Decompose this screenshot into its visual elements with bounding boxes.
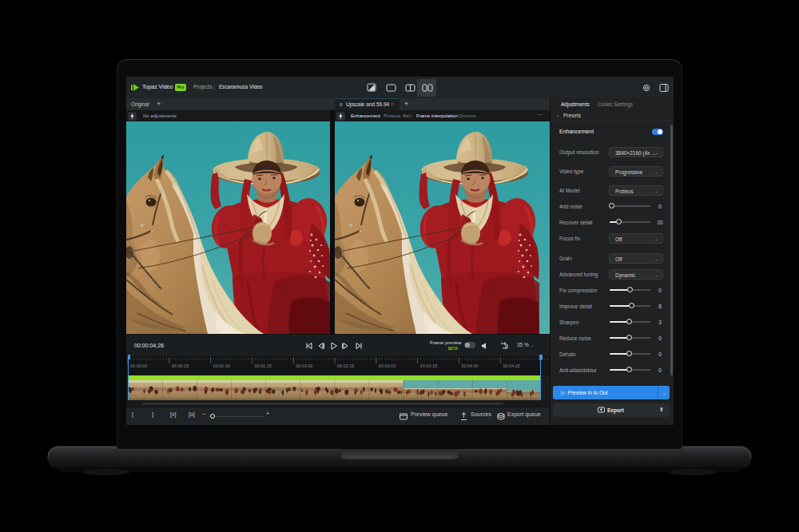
svg-text:00:03:15: 00:03:15 (420, 363, 437, 368)
svg-text:00:01:15: 00:01:15 (254, 363, 271, 368)
svg-text:00:02:00: 00:02:00 (296, 363, 312, 368)
svg-text:00:00:15: 00:00:15 (172, 363, 189, 368)
svg-text:00:04:15: 00:04:15 (503, 363, 519, 368)
svg-text:00:04:00: 00:04:00 (461, 363, 478, 368)
svg-text:00:02:15: 00:02:15 (337, 363, 354, 368)
svg-text:00:03:00: 00:03:00 (379, 363, 396, 368)
svg-text:00:01:00: 00:01:00 (213, 363, 230, 368)
svg-text:00:00:00: 00:00:00 (130, 363, 147, 368)
